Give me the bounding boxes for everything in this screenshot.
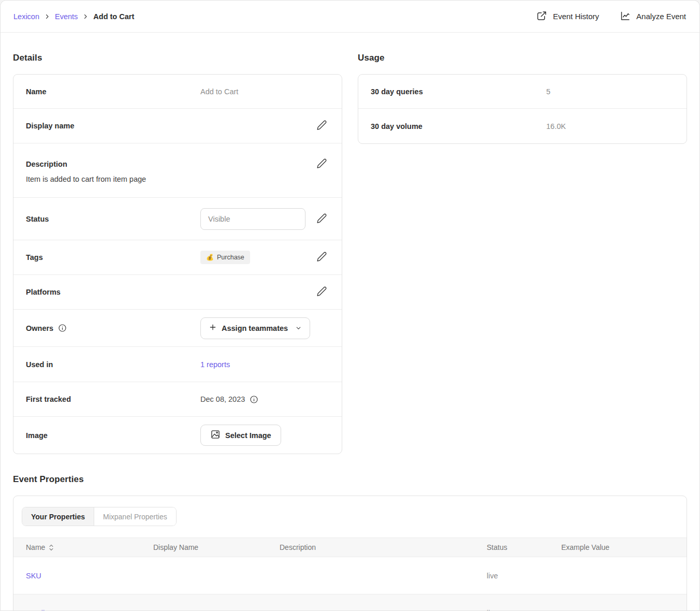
external-link-icon: [536, 10, 547, 23]
image-label: Image: [26, 431, 200, 440]
chevron-right-icon: [82, 13, 89, 20]
properties-tabs: Your Properties Mixpanel Properties: [13, 496, 687, 526]
column-header-status: Status: [474, 543, 549, 551]
column-header-name: Name: [26, 543, 45, 551]
sort-icon[interactable]: [49, 544, 54, 551]
usage-title: Usage: [358, 53, 687, 63]
usage-card: 30 day queries 5 30 day volume 16.0K: [358, 74, 687, 144]
pencil-icon: [316, 251, 327, 264]
pencil-icon: [316, 286, 327, 298]
property-status: live: [474, 609, 549, 611]
used-in-label: Used in: [26, 360, 200, 369]
display-name-label: Display name: [26, 122, 200, 130]
detail-row-description: Description Item is added to cart from i…: [13, 143, 342, 198]
info-icon[interactable]: [58, 324, 67, 332]
details-card: Name Add to Cart Display name: [13, 74, 342, 454]
breadcrumb-current: Add to Cart: [93, 12, 134, 21]
detail-row-tags: Tags 💰 Purchase: [13, 240, 342, 275]
property-status: live: [474, 572, 549, 580]
property-row-scroll[interactable]: Scroll % live: [13, 594, 687, 611]
usage-row-queries: 30 day queries 5: [358, 75, 687, 109]
detail-row-name: Name Add to Cart: [13, 75, 342, 109]
line-chart-icon: [620, 10, 631, 23]
first-tracked-value: Dec 08, 2023: [200, 395, 245, 403]
property-link-scroll[interactable]: Scroll %: [26, 609, 53, 611]
select-image-label: Select Image: [225, 431, 271, 440]
pencil-icon: [316, 158, 327, 170]
first-tracked-label: First tracked: [26, 395, 200, 403]
details-title: Details: [13, 53, 342, 63]
tags-label: Tags: [26, 253, 200, 261]
column-header-display-name: Display Name: [141, 543, 267, 551]
edit-status-button[interactable]: [316, 213, 327, 225]
detail-row-status: Status Visible: [13, 198, 342, 240]
tab-mixpanel-properties[interactable]: Mixpanel Properties: [94, 507, 176, 526]
detail-row-used-in: Used in 1 reports: [13, 347, 342, 382]
event-properties-card: Your Properties Mixpanel Properties Name…: [13, 496, 687, 611]
description-label: Description: [26, 160, 200, 168]
queries-value: 5: [546, 88, 550, 96]
details-section: Details Name Add to Cart Display name: [13, 33, 342, 454]
lexicon-event-page: Lexicon Events Add to Cart Event History: [0, 0, 700, 611]
money-bag-icon: 💰: [206, 254, 214, 261]
property-link-sku[interactable]: SKU: [26, 572, 41, 580]
volume-label: 30 day volume: [371, 122, 546, 130]
detail-row-first-tracked: First tracked Dec 08, 2023: [13, 382, 342, 417]
image-icon: [210, 429, 221, 441]
column-header-example-value: Example Value: [549, 543, 687, 551]
info-icon[interactable]: [250, 395, 258, 404]
property-row-sku[interactable]: SKU live: [13, 557, 687, 594]
header-actions: Event History Analyze Event: [536, 10, 686, 23]
edit-display-name-button[interactable]: [316, 120, 327, 132]
usage-row-volume: 30 day volume 16.0K: [358, 109, 687, 143]
select-image-button[interactable]: Select Image: [200, 425, 281, 446]
analyze-event-button[interactable]: Analyze Event: [620, 10, 686, 23]
queries-label: 30 day queries: [371, 88, 546, 96]
name-label: Name: [26, 88, 200, 96]
volume-value: 16.0K: [546, 122, 566, 130]
tag-chip-purchase[interactable]: 💰 Purchase: [200, 251, 250, 264]
chevron-down-icon: [295, 325, 302, 331]
event-properties-title: Event Properties: [13, 474, 687, 485]
event-history-label: Event History: [553, 12, 599, 21]
assign-teammates-button[interactable]: Assign teammates: [200, 317, 310, 339]
event-history-button[interactable]: Event History: [536, 10, 599, 23]
breadcrumb-link-events[interactable]: Events: [55, 12, 78, 21]
column-header-description: Description: [267, 543, 474, 551]
used-in-reports-link[interactable]: 1 reports: [200, 360, 230, 369]
edit-description-button[interactable]: [316, 158, 327, 170]
description-value: Item is added to cart from item page: [26, 175, 327, 183]
name-value: Add to Cart: [200, 88, 238, 96]
usage-section: Usage 30 day queries 5 30 day volume 16.…: [358, 33, 687, 144]
tab-your-properties[interactable]: Your Properties: [22, 507, 94, 526]
analyze-event-label: Analyze Event: [636, 12, 686, 21]
edit-platforms-button[interactable]: [316, 286, 327, 298]
breadcrumb-link-lexicon[interactable]: Lexicon: [13, 12, 39, 21]
pencil-icon: [316, 120, 327, 132]
tag-chip-label: Purchase: [217, 254, 244, 261]
detail-row-owners: Owners Assign teammates: [13, 310, 342, 347]
properties-table: Name Display Name Description Status Exa…: [13, 537, 687, 611]
status-label: Status: [26, 215, 200, 223]
properties-table-header: Name Display Name Description Status Exa…: [13, 537, 687, 557]
platforms-label: Platforms: [26, 288, 200, 296]
edit-tags-button[interactable]: [316, 251, 327, 264]
owners-label: Owners: [26, 324, 53, 332]
chevron-right-icon: [44, 13, 50, 20]
top-bar: Lexicon Events Add to Cart Event History: [1, 1, 699, 33]
detail-row-image: Image Select Image: [13, 417, 342, 454]
detail-row-platforms: Platforms: [13, 275, 342, 310]
detail-row-display-name: Display name: [13, 109, 342, 143]
status-input[interactable]: Visible: [200, 208, 305, 230]
breadcrumb: Lexicon Events Add to Cart: [13, 12, 134, 21]
main-content: Details Name Add to Cart Display name: [1, 33, 699, 611]
assign-teammates-label: Assign teammates: [222, 324, 288, 332]
pencil-icon: [316, 213, 327, 225]
plus-icon: [209, 323, 217, 333]
